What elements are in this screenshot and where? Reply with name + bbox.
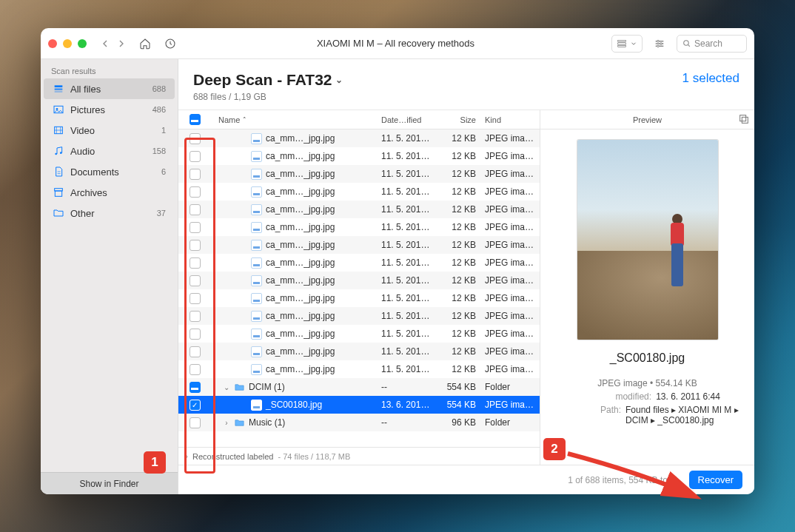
file-row[interactable]: ✓_SC00180.jpg13. 6. 201…554 KBJPEG ima… — [178, 396, 540, 414]
file-row[interactable]: ca_mm…_jpg.jpg11. 5. 201…12 KBJPEG ima… — [178, 201, 540, 218]
row-checkbox[interactable] — [189, 364, 201, 375]
file-name: ca_mm…_jpg.jpg — [266, 133, 335, 144]
file-kind: JPEG ima… — [480, 329, 540, 339]
row-checkbox[interactable] — [189, 311, 201, 322]
file-list-pane: ▬ Name ˄ Date…ified Size Kind ca_mm…_jpg… — [178, 110, 540, 465]
row-checkbox[interactable] — [189, 222, 201, 233]
row-checkbox[interactable] — [189, 186, 201, 198]
row-checkbox[interactable] — [189, 169, 201, 180]
column-header-name[interactable]: Name ˄ — [211, 115, 381, 124]
file-name: ca_mm…_jpg.jpg — [266, 257, 335, 268]
sidebar-item-count: 158 — [152, 147, 166, 155]
sidebar-item-other[interactable]: Other37 — [44, 203, 175, 223]
minimize-window-button[interactable] — [63, 39, 72, 48]
preview-meta: JPEG image • 554.14 KB — [597, 378, 697, 388]
sidebar-item-archives[interactable]: Archives — [44, 182, 175, 203]
sidebar-item-label: Other — [70, 208, 95, 219]
show-in-finder-button[interactable]: Show in Finder — [41, 472, 178, 494]
svg-point-15 — [60, 152, 62, 154]
file-kind: JPEG ima… — [480, 151, 540, 161]
chevron-left-icon — [99, 38, 111, 50]
file-kind: JPEG ima… — [480, 186, 540, 197]
file-row[interactable]: ca_mm…_jpg.jpg11. 5. 201…12 KBJPEG ima… — [178, 289, 540, 307]
row-checkbox[interactable] — [189, 329, 201, 340]
row-checkbox[interactable] — [189, 133, 201, 144]
view-options-button[interactable] — [611, 35, 643, 53]
file-date: 11. 5. 201… — [381, 240, 436, 250]
chevron-right-icon — [115, 38, 127, 50]
file-size: 12 KB — [436, 329, 480, 339]
row-checkbox[interactable] — [189, 293, 201, 304]
row-checkbox[interactable] — [189, 346, 201, 357]
sidebar-item-video[interactable]: Video1 — [44, 120, 175, 141]
file-rows[interactable]: ca_mm…_jpg.jpg11. 5. 201…12 KBJPEG ima…c… — [178, 129, 540, 447]
file-row[interactable]: ca_mm…_jpg.jpg11. 5. 201…12 KBJPEG ima… — [178, 254, 540, 272]
search-icon — [682, 38, 691, 48]
modified-label: modified: — [574, 391, 651, 402]
path-value: Found files ▸ XIAOMI MI M ▸ DCIM ▸ _SC00… — [625, 405, 744, 425]
file-row[interactable]: ca_mm…_jpg.jpg11. 5. 201…12 KBJPEG ima… — [178, 307, 540, 325]
row-checkbox[interactable]: ▬ — [189, 382, 201, 393]
grid-icon — [617, 38, 627, 49]
row-checkbox[interactable]: ✓ — [189, 400, 201, 411]
row-checkbox[interactable] — [189, 151, 201, 162]
select-all-checkbox[interactable]: ▬ — [189, 114, 201, 125]
file-row[interactable]: ca_mm…_jpg.jpg11. 5. 201…12 KBJPEG ima… — [178, 343, 540, 360]
back-button[interactable] — [97, 35, 113, 53]
row-checkbox[interactable] — [189, 417, 201, 428]
file-row[interactable]: ca_mm…_jpg.jpg11. 5. 201…12 KBJPEG ima… — [178, 129, 540, 147]
scan-title-dropdown[interactable]: Deep Scan - FAT32 ⌄ — [193, 71, 682, 89]
open-external-button[interactable] — [738, 113, 750, 125]
sidebar-item-all-files[interactable]: All files688 — [44, 78, 175, 99]
file-kind: Folder — [480, 417, 540, 428]
open-external-icon — [738, 113, 750, 125]
sidebar-item-count: 6 — [161, 167, 166, 176]
column-header-kind[interactable]: Kind — [480, 115, 540, 124]
jpeg-file-icon — [251, 204, 262, 215]
file-row[interactable]: ca_mm…_jpg.jpg11. 5. 201…12 KBJPEG ima… — [178, 165, 540, 183]
file-row[interactable]: ca_mm…_jpg.jpg11. 5. 201…12 KBJPEG ima… — [178, 147, 540, 165]
search-input[interactable]: Search — [677, 35, 747, 53]
svg-point-6 — [657, 45, 660, 47]
forward-button[interactable] — [113, 35, 130, 53]
sidebar-item-pictures[interactable]: Pictures486 — [44, 99, 175, 120]
sidebar-item-label: Pictures — [70, 104, 105, 115]
preview-thumbnail[interactable] — [577, 140, 718, 340]
toolbar: XIAOMI MI M – All recovery methods Searc… — [41, 28, 754, 59]
file-row[interactable]: ca_mm…_jpg.jpg11. 5. 201…12 KBJPEG ima… — [178, 236, 540, 254]
file-name: ca_mm…_jpg.jpg — [266, 222, 335, 232]
list-footer-group[interactable]: › Reconstructed labeled - 74 files / 118… — [178, 447, 540, 465]
file-row[interactable]: ca_mm…_jpg.jpg11. 5. 201…12 KBJPEG ima… — [178, 218, 540, 236]
row-checkbox[interactable] — [189, 204, 201, 215]
file-date: 11. 5. 201… — [381, 329, 436, 339]
file-row[interactable]: ca_mm…_jpg.jpg11. 5. 201…12 KBJPEG ima… — [178, 360, 540, 378]
row-checkbox[interactable] — [189, 275, 201, 286]
close-window-button[interactable] — [48, 39, 57, 48]
row-checkbox[interactable] — [189, 240, 201, 251]
jpeg-file-icon — [251, 169, 262, 180]
file-name: ca_mm…_jpg.jpg — [266, 364, 335, 374]
history-button[interactable] — [161, 35, 180, 53]
column-header-date[interactable]: Date…ified — [381, 115, 436, 124]
home-button[interactable] — [135, 35, 155, 53]
file-row[interactable]: ca_mm…_jpg.jpg11. 5. 201…12 KBJPEG ima… — [178, 325, 540, 343]
file-row[interactable]: ca_mm…_jpg.jpg11. 5. 201…12 KBJPEG ima… — [178, 272, 540, 289]
file-size: 12 KB — [436, 311, 480, 321]
fullscreen-window-button[interactable] — [78, 39, 87, 48]
file-size: 554 KB — [436, 400, 480, 410]
file-row[interactable]: ca_mm…_jpg.jpg11. 5. 201…12 KBJPEG ima… — [178, 183, 540, 201]
disclosure-right-icon[interactable]: › — [223, 419, 230, 427]
recover-button[interactable]: Recover — [689, 471, 742, 489]
filter-button[interactable] — [650, 35, 669, 53]
sidebar-item-documents[interactable]: Documents6 — [44, 161, 175, 182]
sidebar-item-audio[interactable]: Audio158 — [44, 141, 175, 161]
column-header-size[interactable]: Size — [436, 115, 480, 124]
folder-row[interactable]: ▬⌄DCIM (1)--554 KBFolder — [178, 378, 540, 396]
file-name: ca_mm…_jpg.jpg — [266, 186, 335, 197]
sidebar-item-count: 688 — [152, 84, 166, 93]
row-checkbox[interactable] — [189, 257, 201, 269]
list-footer-detail: - 74 files / 118,7 MB — [278, 452, 350, 461]
folder-row[interactable]: ›Music (1)--96 KBFolder — [178, 414, 540, 431]
file-size: 12 KB — [436, 293, 480, 303]
disclosure-down-icon[interactable]: ⌄ — [223, 383, 230, 391]
